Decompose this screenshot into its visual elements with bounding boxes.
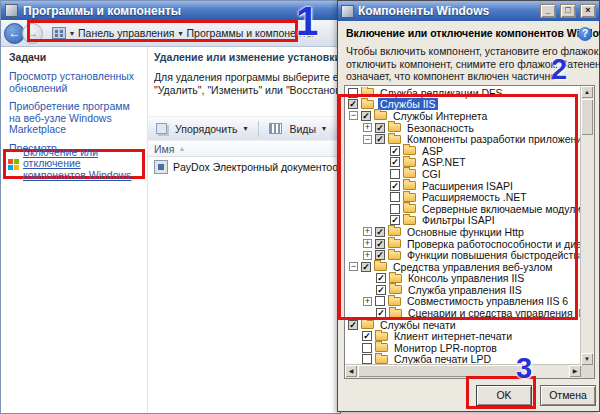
page-description-line2: "Удалить", "Изменить" или "Восстановить" [154,84,340,97]
scroll-left-icon[interactable]: ◀ [345,365,357,377]
window-titlebar[interactable]: Программы и компоненты [1,1,340,20]
folder-icon [375,332,388,341]
folder-icon [361,320,374,329]
dialog-title: Компоненты Windows [358,4,536,18]
tree-item-label[interactable]: Монитор LPR-портов [392,342,499,354]
maximize-button[interactable]: □ [560,4,576,18]
vertical-scrollbar[interactable]: ▲ ▼ [580,86,594,365]
annotation-box-breadcrumb [27,20,298,42]
toolbar-separator [258,121,259,137]
scroll-up-icon[interactable]: ▲ [581,86,593,98]
tree-row[interactable]: ✓Клиент интернет-печати [346,330,580,342]
scroll-right-icon[interactable]: ▶ [569,365,581,377]
window-content: Задачи Просмотр установленных обновлений… [1,47,340,413]
views-icon [269,123,282,134]
tasks-sidebar: Задачи Просмотр установленных обновлений… [1,47,147,413]
chevron-down-icon[interactable]: ▾ [322,124,326,133]
sidebar-link-view-updates[interactable]: Просмотр установленных обновлений [9,71,135,94]
window-title: Программы и компоненты [23,4,181,18]
scroll-down-icon[interactable]: ▼ [581,353,593,365]
sidebar-link-marketplace[interactable]: Приобретение программ на веб-узле Window… [9,101,135,136]
program-list-item[interactable]: PayDox Электронный документооборот [154,160,340,174]
dialog-titlebar[interactable]: Компоненты Windows _ □ × [338,1,599,21]
organize-icon [156,123,167,134]
checkbox[interactable]: ✓ [362,331,372,341]
windows-flag-icon [8,159,19,170]
sidebar-link-windows-features[interactable]: Включение или отключение компонентов Win… [23,147,135,182]
close-button[interactable]: × [580,4,596,18]
dialog-icon [341,5,354,18]
tree-row[interactable]: ✓Службы печати [346,319,580,331]
annotation-number-2: 2 [551,55,567,84]
folder-icon [375,343,388,352]
views-button[interactable]: Виды [290,123,317,135]
vertical-scroll-thumb[interactable] [581,99,593,135]
column-header-name[interactable]: Имя ▲ [148,140,340,157]
screen: Программы и компоненты ← → ▾ Панель упра… [0,0,600,414]
main-pane: Удаление или изменение установки Для уда… [148,47,340,413]
dialog-heading: Включение или отключение компонентов Win… [346,27,600,39]
sort-ascending-icon: ▲ [178,145,185,152]
annotation-number-1: 1 [296,1,318,41]
page-title: Удаление или изменение установки [154,51,340,63]
scrollbar-corner [581,365,594,378]
programs-and-features-window: Программы и компоненты ← → ▾ Панель упра… [0,0,341,414]
chevron-down-icon[interactable]: ▾ [243,124,247,133]
checkbox[interactable] [362,354,372,364]
annotation-number-3: 3 [516,354,532,383]
app-icon [5,4,18,17]
annotation-box-features-link: Включение или отключение компонентов Win… [3,149,145,179]
tree-item-label[interactable]: Клиент интернет-печати [392,330,514,342]
sidebar-header: Задачи [9,51,147,63]
minimize-button[interactable]: _ [540,4,556,18]
annotation-box-iis-subtree [338,94,578,320]
list-toolbar: Упорядочить ▾ Виды ▾ [148,116,340,141]
cancel-button[interactable]: Отмена [540,385,596,406]
organize-button[interactable]: Упорядочить [175,123,237,135]
tree-item-label[interactable]: Службы печати [378,319,458,331]
horizontal-scrollbar[interactable]: ◀ ▶ [345,364,581,378]
program-icon [154,160,168,174]
page-description-line1: Для удаления программы выберите ее в [154,71,340,84]
tree-row[interactable]: Монитор LPR-портов [346,342,580,354]
tree-row[interactable]: Служба печати LPD [346,354,580,364]
checkbox[interactable]: ✓ [348,320,358,330]
checkbox[interactable] [362,343,372,353]
program-name: PayDox Электронный документооборот [173,161,340,173]
help-icon[interactable]: ? [578,27,592,41]
tree-item-label[interactable]: Служба печати LPD [392,353,493,364]
column-header-label: Имя [154,143,174,155]
folder-icon [375,355,388,364]
